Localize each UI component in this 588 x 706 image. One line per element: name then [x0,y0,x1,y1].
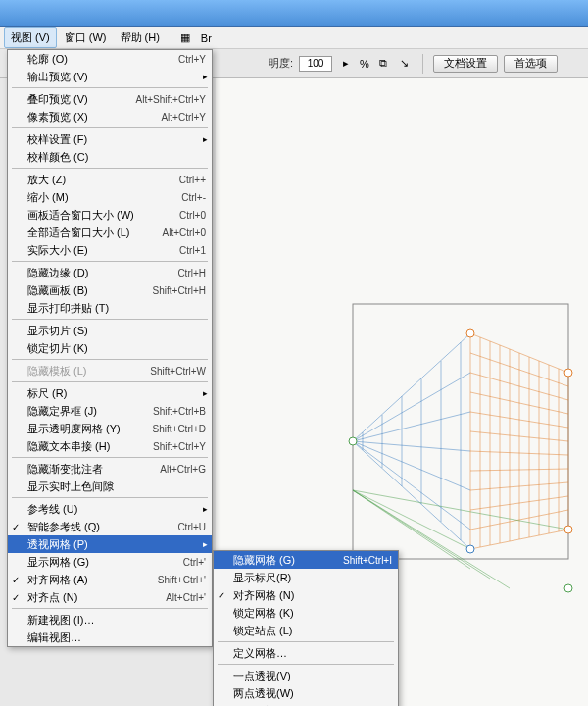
svg-line-24 [353,333,470,441]
mi-show-slices[interactable]: 显示切片 (S) [8,322,212,339]
sub-one-point[interactable]: 一点透视(V) [214,667,398,684]
svg-line-25 [353,441,470,549]
sub-define-grid[interactable]: 定义网格… [214,644,398,662]
svg-line-33 [353,412,470,441]
mi-overprint[interactable]: 叠印预览 (V)Alt+Shift+Ctrl+Y [8,90,212,108]
svg-point-42 [349,437,357,445]
opacity-input[interactable] [299,56,332,72]
sub-lock-grid[interactable]: 锁定网格 (K) [214,604,398,622]
mi-zoom-in[interactable]: 放大 (Z)Ctrl++ [8,171,212,188]
mi-proof-setup[interactable]: 校样设置 (F)▸ [8,130,212,148]
mi-snap-point[interactable]: ✓对齐点 (N)Alt+Ctrl+' [8,588,212,606]
mi-actual-size[interactable]: 实际大小 (E)Ctrl+1 [8,241,212,259]
opacity-label: 明度: [269,56,293,71]
menu-view[interactable]: 视图 (V) [4,27,57,48]
svg-line-36 [353,441,470,530]
menu-bar: 视图 (V) 窗口 (W) 帮助 (H) ▦ Br [0,27,588,49]
mi-hide-artboards[interactable]: 隐藏画板 (B)Shift+Ctrl+H [8,281,212,299]
svg-point-46 [466,545,474,553]
sub-show-rulers[interactable]: 显示标尺(R) [214,569,398,586]
check-icon: ✓ [218,590,225,601]
sub-lock-station[interactable]: 锁定站点 (L) [214,622,398,639]
mi-hide-template: 隐藏模板 (L)Shift+Ctrl+W [8,362,212,379]
perspective-submenu: 隐藏网格 (G)Shift+Ctrl+I 显示标尺(R) ✓对齐网格 (N) 锁… [213,550,399,706]
mi-hide-edges[interactable]: 隐藏边缘 (D)Ctrl+H [8,264,212,281]
svg-point-47 [564,584,572,592]
title-bar [0,0,588,27]
mi-new-view[interactable]: 新建视图 (I)… [8,611,212,629]
mi-guides[interactable]: 参考线 (U)▸ [8,500,212,518]
mi-lock-slices[interactable]: 锁定切片 (K) [8,339,212,357]
mi-live-paint-gaps[interactable]: 显示实时上色间隙 [8,478,212,495]
view-dropdown: 轮廓 (O)Ctrl+Y 输出预览 (V)▸ 叠印预览 (V)Alt+Shift… [7,49,213,647]
sub-three-point[interactable]: 三点透视(R) [214,702,398,706]
sub-hide-grid[interactable]: 隐藏网格 (G)Shift+Ctrl+I [214,551,398,569]
menu-bridge[interactable]: Br [195,30,218,46]
mi-snap-grid[interactable]: ✓对齐网格 (A)Shift+Ctrl+' [8,571,212,588]
mi-rulers[interactable]: 标尺 (R)▸ [8,384,212,402]
doc-setup-button[interactable]: 文档设置 [433,55,498,73]
sub-two-point[interactable]: 两点透视(W) [214,684,398,702]
mi-proof-colors[interactable]: 校样颜色 (C) [8,148,212,166]
check-icon: ✓ [12,522,20,532]
svg-point-43 [466,329,474,337]
mi-zoom-out[interactable]: 缩小 (M)Ctrl+- [8,188,212,206]
check-icon: ✓ [12,575,20,585]
chain-icon[interactable]: ⧉ [375,56,391,72]
svg-point-45 [564,526,572,533]
menu-window[interactable]: 窗口 (W) [59,28,113,47]
mi-hide-gradient[interactable]: 隐藏渐变批注者Alt+Ctrl+G [8,460,212,478]
mi-outline[interactable]: 轮廓 (O)Ctrl+Y [8,50,212,68]
grid-icon[interactable]: ▦ [177,30,193,46]
mi-perspective-grid[interactable]: 透视网格 (P)▸ [8,535,212,553]
check-icon: ✓ [12,592,20,603]
mi-pixel-preview[interactable]: 像素预览 (X)Alt+Ctrl+Y [8,108,212,126]
sub-snap-grid[interactable]: ✓对齐网格 (N) [214,586,398,604]
mi-show-transp[interactable]: 显示透明度网格 (Y)Shift+Ctrl+D [8,420,212,437]
mi-print-tiling[interactable]: 显示打印拼贴 (T) [8,299,212,317]
mi-show-grid[interactable]: 显示网格 (G)Ctrl+' [8,553,212,571]
arrow-icon[interactable]: ↘ [397,56,413,72]
percent-label: % [360,58,369,70]
svg-line-34 [353,441,470,451]
mi-smart-guides[interactable]: ✓智能参考线 (Q)Ctrl+U [8,518,212,535]
mi-output-preview[interactable]: 输出预览 (V)▸ [8,68,212,85]
svg-line-32 [353,373,470,441]
mi-hide-text-threads[interactable]: 隐藏文本串接 (H)Shift+Ctrl+Y [8,437,212,455]
svg-line-37 [353,490,470,549]
preferences-button[interactable]: 首选项 [504,55,558,73]
mi-fit-all[interactable]: 全部适合窗口大小 (L)Alt+Ctrl+0 [8,224,212,241]
menu-help[interactable]: 帮助 (H) [115,28,166,47]
svg-line-35 [353,441,470,490]
svg-point-44 [564,369,572,377]
chevron-right-icon[interactable]: ▸ [338,56,354,72]
mi-hide-bbox[interactable]: 隐藏定界框 (J)Shift+Ctrl+B [8,402,212,420]
mi-fit-artboard[interactable]: 画板适合窗口大小 (W)Ctrl+0 [8,206,212,224]
mi-edit-views[interactable]: 编辑视图… [8,629,212,646]
